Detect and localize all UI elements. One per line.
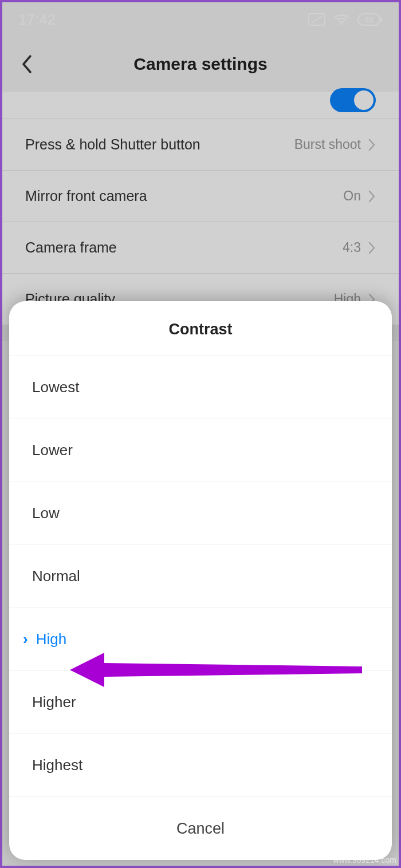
page-title: Camera settings (2, 54, 399, 74)
settings-list: Press & hold Shutter button Burst shoot … (2, 92, 399, 325)
settings-row-frame[interactable]: Camera frame 4:3 (2, 222, 399, 274)
status-bar: 17:42 53 (2, 2, 399, 37)
svg-point-2 (340, 23, 343, 25)
option-label: Low (32, 504, 60, 522)
option-high[interactable]: › High (9, 608, 392, 671)
option-label: High (36, 630, 66, 648)
cancel-button[interactable]: Cancel (9, 797, 392, 860)
option-lowest[interactable]: Lowest (9, 356, 392, 419)
option-lower[interactable]: Lower (9, 419, 392, 482)
settings-label: Mirror front camera (25, 188, 147, 204)
option-low[interactable]: Low (9, 482, 392, 545)
chevron-right-icon (368, 190, 376, 203)
screenshot-frame: 17:42 53 Camera settings Press & hold Sh… (0, 0, 401, 868)
settings-value: 4:3 (343, 240, 361, 255)
selected-indicator-icon: › (23, 630, 28, 648)
chevron-right-icon (368, 241, 376, 255)
svg-rect-4 (380, 17, 382, 22)
option-label: Higher (32, 693, 76, 711)
settings-label (25, 92, 243, 97)
toggle-knob (354, 90, 374, 110)
option-highest[interactable]: Highest (9, 734, 392, 797)
status-time: 17:42 (18, 11, 56, 29)
option-normal[interactable]: Normal (9, 545, 392, 608)
watermark: www.989214.com (333, 855, 396, 865)
no-sim-icon (308, 13, 325, 26)
chevron-right-icon (368, 138, 376, 152)
svg-line-1 (312, 16, 322, 23)
option-label: Lowest (32, 378, 79, 396)
back-button[interactable] (14, 52, 39, 77)
wifi-icon (333, 13, 349, 26)
modal-title: Contrast (9, 301, 392, 356)
option-label: Highest (32, 756, 82, 774)
toggle-switch[interactable] (330, 88, 376, 112)
battery-icon: 53 (357, 13, 383, 26)
svg-text:53: 53 (365, 15, 373, 24)
settings-label: Camera frame (25, 239, 117, 256)
settings-row-shutter[interactable]: Press & hold Shutter button Burst shoot (2, 119, 399, 171)
option-label: Normal (32, 567, 80, 585)
settings-label: Press & hold Shutter button (25, 136, 200, 153)
settings-row-clipped[interactable] (2, 92, 399, 119)
page-header: Camera settings (2, 37, 399, 92)
option-label: Lower (32, 441, 73, 459)
contrast-modal: Contrast Lowest Lower Low Normal › High … (9, 301, 392, 860)
settings-value: Burst shoot (294, 137, 361, 152)
settings-row-mirror[interactable]: Mirror front camera On (2, 171, 399, 222)
settings-value: On (343, 188, 361, 204)
option-higher[interactable]: Higher (9, 671, 392, 734)
